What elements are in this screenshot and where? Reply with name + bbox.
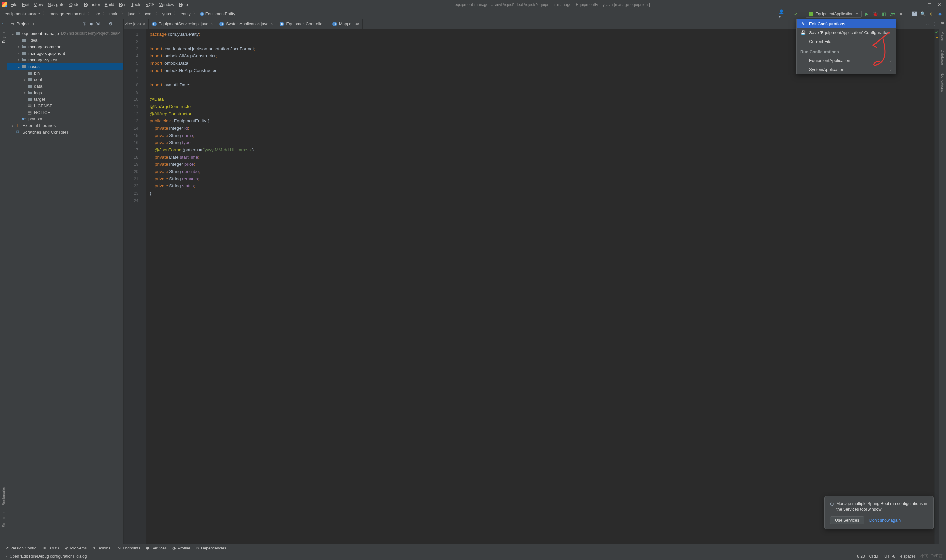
tree-arrow[interactable]: › [22, 77, 27, 82]
stripe-project[interactable]: Project [2, 31, 6, 44]
tree-nacos[interactable]: ⌄nacos [7, 63, 123, 69]
tree-arrow[interactable]: ⌄ [17, 64, 21, 69]
code-area[interactable]: package com.yuan.entity; import com.fast… [146, 29, 934, 544]
tree-arrow[interactable]: › [11, 123, 15, 128]
tree-arrow[interactable]: › [17, 38, 21, 43]
project-tree[interactable]: ⌄equipment-manageD:\YhcResource\myProjec… [7, 29, 123, 544]
stripe-maven[interactable]: Maven [941, 31, 945, 43]
menu-refactor[interactable]: Refactor [84, 2, 100, 7]
editor-tab[interactable]: CEquipmentController.j [276, 19, 329, 29]
close-icon[interactable]: × [270, 22, 273, 26]
menu-code[interactable]: Code [69, 2, 80, 7]
close-icon[interactable]: × [143, 22, 145, 26]
tree-manage-system[interactable]: ›manage-system [7, 57, 123, 63]
tree-arrow[interactable]: › [22, 90, 27, 95]
stripe-bookmarks[interactable]: Bookmarks [2, 486, 6, 506]
run-config-selector[interactable]: EquipmentApplication ▼ [806, 11, 861, 18]
tree-manage-common[interactable]: ›manage-common [7, 43, 123, 50]
menu-help[interactable]: Help [179, 2, 188, 7]
tree-bin[interactable]: ›bin [7, 69, 123, 76]
debug-button[interactable]: 🐞 [872, 11, 879, 17]
divide-icon[interactable]: ÷ [101, 21, 108, 27]
tree-arrow[interactable]: ⌄ [11, 31, 15, 36]
popup-config-item[interactable]: SystemApplication › [797, 65, 896, 74]
tree-manage-equipment[interactable]: ›manage-equipment [7, 50, 123, 57]
translate-icon[interactable]: 🅰 [911, 11, 918, 17]
maximize-button[interactable]: ▢ [927, 2, 932, 7]
caret-position[interactable]: 8:23 [857, 554, 864, 559]
tab-list-icon[interactable]: ⌄ [926, 22, 929, 26]
editor-tab[interactable]: CSystemApplication.java× [216, 19, 276, 29]
crumb-manage-equipment[interactable]: manage-equipment [48, 11, 86, 17]
editor-tab[interactable]: CEquipmentServiceImpl.java× [149, 19, 216, 29]
tree-scratches-and-consoles[interactable]: ⧉Scratches and Consoles [7, 129, 123, 135]
project-view-icon[interactable]: ▭ [10, 22, 14, 26]
editor-tab[interactable]: CMapper.jav [329, 19, 363, 29]
fold-gutter[interactable] [141, 29, 146, 544]
crumb-java[interactable]: java [126, 11, 137, 17]
coverage-button[interactable]: ◧ [881, 11, 887, 17]
warning-mark[interactable] [936, 37, 938, 38]
menu-file[interactable]: File [11, 2, 17, 7]
menu-navigate[interactable]: Navigate [48, 2, 65, 7]
tree-data[interactable]: ›data [7, 83, 123, 89]
close-button[interactable]: ✕ [937, 2, 941, 7]
popup-current-file[interactable]: Current File [797, 37, 896, 46]
maven-m-icon[interactable]: m [941, 21, 944, 25]
tree-arrow[interactable]: › [22, 71, 27, 75]
minimize-button[interactable]: — [917, 2, 921, 7]
menu-tools[interactable]: Tools [131, 2, 141, 7]
editor-tab[interactable]: vice.java× [123, 19, 149, 29]
tree-logs[interactable]: ›logs [7, 89, 123, 96]
crumb-equipment-manage[interactable]: equipment-manage [3, 11, 42, 17]
select-opened-icon[interactable]: ⦾ [81, 21, 88, 27]
bottom-todo[interactable]: ≡TODO [43, 546, 59, 551]
stop-button[interactable]: ■ [898, 11, 904, 17]
crumb-yuan[interactable]: yuan [161, 11, 173, 17]
use-services-button[interactable]: Use Services [830, 516, 864, 524]
tree-arrow[interactable]: › [22, 97, 27, 102]
dont-show-link[interactable]: Don't show again [869, 518, 901, 523]
line-separator[interactable]: CRLF [869, 554, 880, 559]
plugin-icon[interactable]: ◆ [937, 11, 943, 17]
expand-all-icon[interactable]: ≑ [88, 21, 94, 27]
search-icon[interactable]: 🔍 [920, 11, 926, 17]
stripe-database[interactable]: Database [941, 49, 945, 66]
crumb-src[interactable]: src [93, 11, 101, 17]
line-gutter[interactable]: 123456789101112131415161718192021222324 [123, 29, 141, 544]
bottom-services[interactable]: ⬢Services [146, 546, 166, 551]
close-icon[interactable]: × [210, 22, 213, 26]
bottom-endpoints[interactable]: ⇲Endpoints [118, 546, 140, 551]
crumb-com[interactable]: com [143, 11, 154, 17]
tree--idea[interactable]: ›.idea [7, 37, 123, 43]
tree-arrow[interactable]: › [17, 51, 21, 56]
menu-window[interactable]: Window [159, 2, 174, 7]
tree-arrow[interactable]: › [22, 84, 27, 89]
code-with-me-icon[interactable]: 👤▾ [779, 11, 786, 17]
file-encoding[interactable]: UTF-8 [884, 554, 895, 559]
indent[interactable]: 4 spaces [900, 554, 916, 559]
crumb-main[interactable]: main [108, 11, 120, 17]
error-stripe[interactable]: ✔ [934, 29, 939, 544]
menu-view[interactable]: View [34, 2, 43, 7]
tree-equipment-manage[interactable]: ⌄equipment-manageD:\YhcResource\myProjec… [7, 30, 123, 37]
tree-notice[interactable]: ▤NOTICE [7, 109, 123, 115]
status-left-icon[interactable]: ▭ [3, 554, 7, 559]
stripe-structure[interactable]: Structure [2, 512, 6, 528]
tree-arrow[interactable]: › [17, 57, 21, 62]
chevron-down-icon[interactable]: ▼ [32, 22, 35, 26]
crumb-entity[interactable]: entity [179, 11, 192, 17]
bottom-problems[interactable]: ⊘Problems [65, 546, 87, 551]
hide-icon[interactable]: — [114, 21, 120, 27]
crumb-EquipmentEntity[interactable]: CEquipmentEntity [199, 11, 236, 17]
profile-button[interactable]: ◔▾ [889, 11, 896, 17]
tree-pom-xml[interactable]: mpom.xml [7, 115, 123, 122]
bottom-dependencies[interactable]: ⧉Dependencies [196, 546, 226, 551]
update-project-icon[interactable]: ↙ [792, 11, 799, 17]
bottom-terminal[interactable]: ⌑Terminal [92, 546, 111, 551]
run-button[interactable]: ▶ [864, 11, 870, 17]
tree-external-libraries[interactable]: ›⫴External Libraries [7, 122, 123, 129]
tree-arrow[interactable]: › [17, 44, 21, 49]
menu-build[interactable]: Build [105, 2, 114, 7]
tree-conf[interactable]: ›conf [7, 76, 123, 83]
